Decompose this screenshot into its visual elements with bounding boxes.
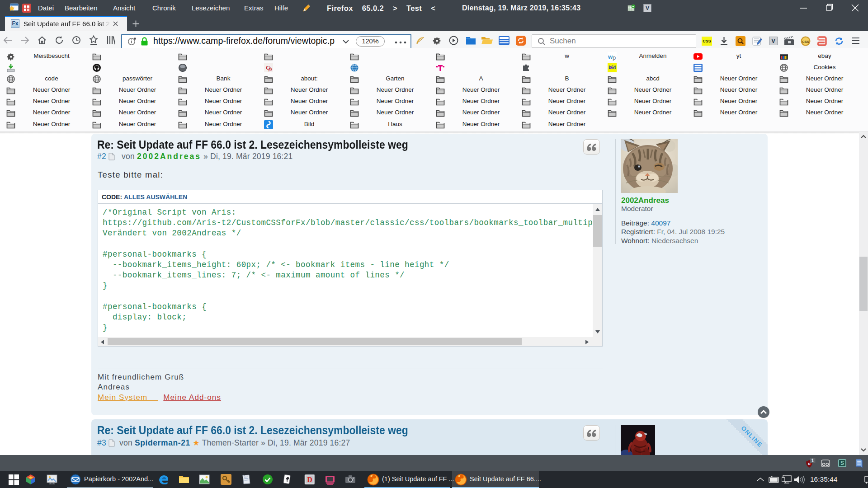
svg-text:CSS: CSS <box>802 40 809 44</box>
svg-text:p: p <box>613 54 616 61</box>
svg-text:fs: fs <box>269 66 272 71</box>
svg-text:D: D <box>307 476 312 483</box>
svg-text:1: 1 <box>811 458 814 463</box>
